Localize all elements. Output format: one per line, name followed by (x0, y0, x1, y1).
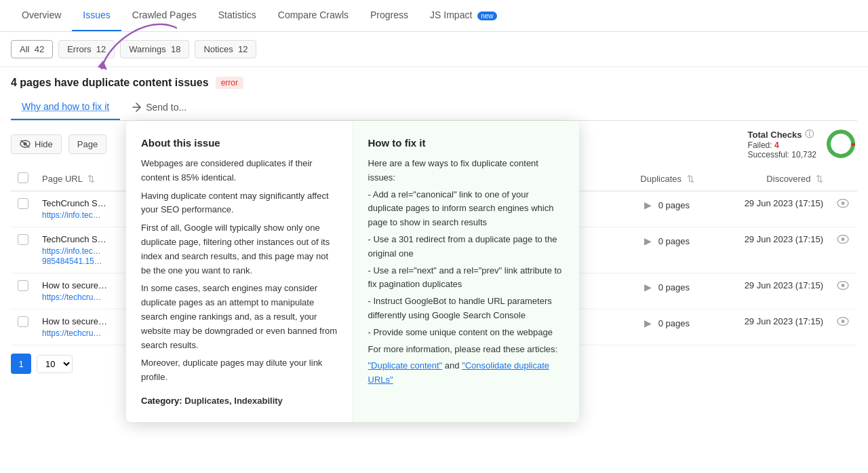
popup-right-panel: How to fix it Here are a few ways to fix… (353, 121, 580, 382)
about-title: About this issue (141, 137, 338, 149)
and-text: and (442, 360, 462, 371)
popup-left-panel: About this issue Webpages are considered… (126, 121, 353, 382)
duplicate-content-link[interactable]: "Duplicate content" (368, 360, 443, 371)
about-text: Webpages are considered duplicates if th… (141, 157, 338, 382)
how-title: How to fix it (368, 137, 565, 149)
popup-overlay[interactable]: About this issue Webpages are considered… (0, 0, 868, 382)
how-text: Here are a few ways to fix duplicate con… (368, 157, 565, 382)
popup-card: About this issue Webpages are considered… (126, 121, 579, 382)
